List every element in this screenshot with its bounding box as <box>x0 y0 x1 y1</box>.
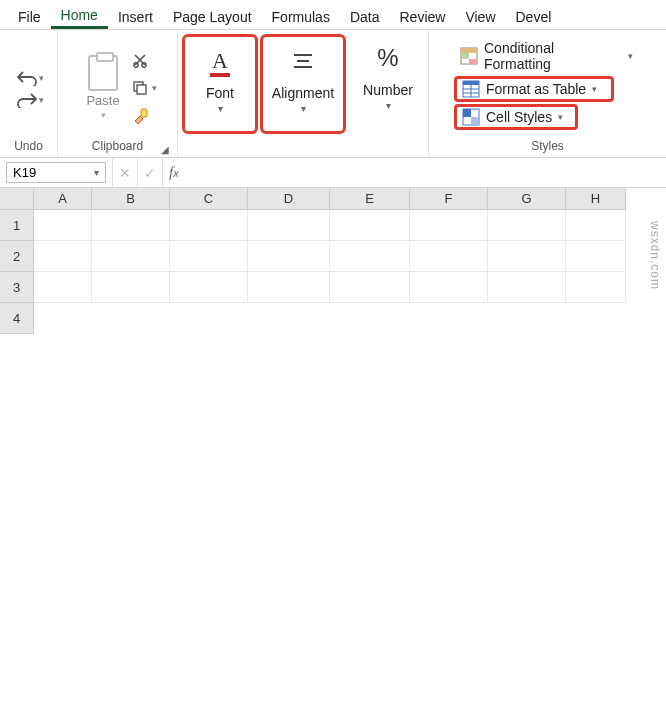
dialog-launcher-icon[interactable]: ◢ <box>159 144 171 155</box>
formula-input[interactable] <box>185 163 666 182</box>
conditional-formatting-icon <box>460 47 478 65</box>
cell[interactable] <box>330 241 410 272</box>
chevron-down-icon: ▾ <box>218 103 223 114</box>
enter-formula-button[interactable]: ✓ <box>137 158 162 187</box>
cell[interactable] <box>488 210 566 241</box>
cell[interactable] <box>92 272 170 303</box>
cell[interactable] <box>410 210 488 241</box>
conditional-formatting-button[interactable]: Conditional Formatting ▾ <box>454 38 639 74</box>
cell[interactable] <box>566 241 626 272</box>
font-group-button[interactable]: A Font ▾ <box>182 34 258 134</box>
column-header[interactable]: H <box>566 188 626 210</box>
chevron-down-icon: ▾ <box>558 112 563 122</box>
row-header[interactable]: 2 <box>0 241 34 272</box>
cell[interactable] <box>170 241 248 272</box>
cell[interactable] <box>566 272 626 303</box>
table-icon <box>462 80 480 98</box>
cell[interactable] <box>34 241 92 272</box>
column-headers: ABCDEFGH <box>34 188 666 210</box>
tab-page-layout[interactable]: Page Layout <box>163 4 262 29</box>
cell[interactable] <box>34 210 92 241</box>
cell[interactable] <box>410 272 488 303</box>
cell[interactable] <box>248 210 330 241</box>
alignment-icon <box>292 45 314 77</box>
percent-icon: % <box>377 42 398 74</box>
tab-insert[interactable]: Insert <box>108 4 163 29</box>
chevron-down-icon: ▾ <box>39 95 44 105</box>
undo-button[interactable]: ▾ <box>17 70 44 86</box>
format-painter-button[interactable] <box>132 104 157 128</box>
cell[interactable] <box>330 210 410 241</box>
cell-styles-button[interactable]: Cell Styles ▾ <box>454 104 578 130</box>
chevron-down-icon: ▾ <box>386 100 391 111</box>
cell[interactable] <box>488 241 566 272</box>
redo-button[interactable]: ▾ <box>17 92 44 108</box>
svg-rect-3 <box>137 85 146 94</box>
insert-function-button[interactable]: fx <box>162 158 185 187</box>
cell[interactable] <box>92 241 170 272</box>
grid-body[interactable] <box>34 210 666 303</box>
cell[interactable] <box>92 210 170 241</box>
svg-rect-11 <box>469 59 477 64</box>
select-all-corner[interactable] <box>0 188 34 210</box>
formula-bar: K19 ▾ ✕ ✓ fx <box>0 158 666 188</box>
font-color-icon: A <box>212 45 228 77</box>
row-header[interactable]: 3 <box>0 272 34 303</box>
fx-icon: fx <box>169 164 179 181</box>
clipboard-icon <box>88 55 118 91</box>
column-header[interactable]: D <box>248 188 330 210</box>
column-header[interactable]: G <box>488 188 566 210</box>
row-header[interactable]: 1 <box>0 210 34 241</box>
tab-devel[interactable]: Devel <box>506 4 562 29</box>
alignment-label: Alignment <box>272 85 334 101</box>
cell[interactable] <box>248 272 330 303</box>
cell[interactable] <box>330 272 410 303</box>
cell[interactable] <box>410 241 488 272</box>
cell[interactable] <box>566 210 626 241</box>
column-header[interactable]: A <box>34 188 92 210</box>
copy-button[interactable]: ▾ <box>132 76 157 100</box>
group-label-clipboard: Clipboard <box>92 137 143 155</box>
paste-button[interactable]: Paste ▾ <box>78 51 128 120</box>
cell[interactable] <box>34 272 92 303</box>
column-header[interactable]: F <box>410 188 488 210</box>
svg-rect-19 <box>471 117 479 125</box>
tab-view[interactable]: View <box>455 4 505 29</box>
column-header[interactable]: B <box>92 188 170 210</box>
paste-label: Paste <box>86 93 119 108</box>
cut-button[interactable] <box>132 48 157 72</box>
alignment-group-button[interactable]: Alignment ▾ <box>260 34 346 134</box>
format-as-table-button[interactable]: Format as Table ▾ <box>454 76 614 102</box>
row-headers: 1234 <box>0 188 34 334</box>
row-header[interactable]: 4 <box>0 303 34 334</box>
cell-styles-label: Cell Styles <box>486 109 552 125</box>
cell[interactable] <box>170 272 248 303</box>
tab-file[interactable]: File <box>8 4 51 29</box>
number-group-button[interactable]: % Number ▾ <box>350 34 426 134</box>
tab-review[interactable]: Review <box>390 4 456 29</box>
ribbon: ▾ ▾ Undo Paste ▾ <box>0 30 666 158</box>
conditional-formatting-label: Conditional Formatting <box>484 40 622 72</box>
chevron-down-icon: ▾ <box>152 83 157 93</box>
svg-rect-10 <box>461 53 469 59</box>
column-header[interactable]: E <box>330 188 410 210</box>
cell[interactable] <box>170 210 248 241</box>
chevron-down-icon: ▾ <box>592 84 597 94</box>
name-box[interactable]: K19 ▾ <box>6 162 106 183</box>
column-header[interactable]: C <box>170 188 248 210</box>
tab-data[interactable]: Data <box>340 4 390 29</box>
cancel-formula-button[interactable]: ✕ <box>112 158 137 187</box>
chevron-down-icon: ▾ <box>101 110 106 120</box>
name-box-value: K19 <box>13 165 36 180</box>
cell[interactable] <box>488 272 566 303</box>
watermark: wsxdn.com <box>648 221 662 290</box>
svg-rect-18 <box>463 109 471 117</box>
font-label: Font <box>206 85 234 101</box>
chevron-down-icon: ▾ <box>301 103 306 114</box>
tab-home[interactable]: Home <box>51 2 108 29</box>
format-as-table-label: Format as Table <box>486 81 586 97</box>
group-label-styles: Styles <box>531 137 564 155</box>
chevron-down-icon: ▾ <box>39 73 44 83</box>
tab-formulas[interactable]: Formulas <box>262 4 340 29</box>
cell[interactable] <box>248 241 330 272</box>
